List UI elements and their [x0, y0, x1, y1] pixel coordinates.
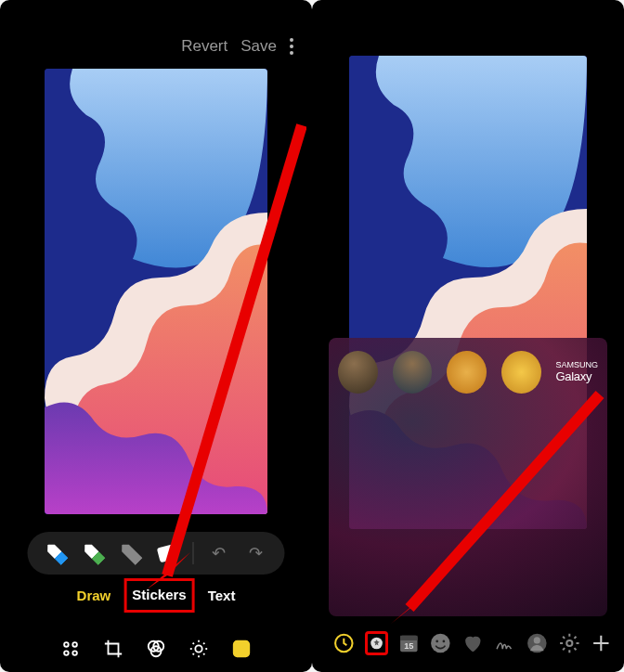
add-icon[interactable]: [590, 631, 613, 655]
svg-point-19: [431, 634, 450, 653]
svg-point-24: [566, 640, 572, 646]
avatar-icon[interactable]: [526, 631, 549, 655]
gallery-icon[interactable]: [365, 631, 388, 655]
svg-point-1: [64, 642, 69, 647]
blue-pen-icon[interactable]: [45, 541, 69, 565]
svg-point-4: [72, 651, 77, 655]
drawing-tool-bar: ↶ ↷: [28, 532, 285, 575]
calendar-icon[interactable]: 15: [397, 631, 421, 655]
svg-rect-17: [400, 636, 417, 640]
sticker-thumb-2[interactable]: [393, 351, 433, 394]
heart-icon[interactable]: [462, 631, 485, 655]
svg-point-11: [243, 646, 245, 648]
editor-bottom-row: [60, 639, 252, 659]
svg-point-3: [64, 651, 69, 655]
sticker-category-row: 15: [312, 631, 613, 655]
top-bar: Revert Save: [181, 37, 293, 56]
svg-point-23: [534, 637, 540, 643]
redo-icon[interactable]: ↷: [244, 541, 268, 565]
divider: [193, 542, 194, 564]
settings-icon[interactable]: [558, 631, 581, 655]
recent-icon[interactable]: [332, 631, 356, 655]
tab-draw[interactable]: Draw: [73, 584, 115, 607]
sticker-thumb-4[interactable]: [501, 351, 541, 394]
sticker-thumb-1[interactable]: [338, 351, 378, 394]
revert-button[interactable]: Revert: [181, 37, 228, 56]
wallpaper-preview: [45, 69, 267, 514]
svg-point-10: [238, 646, 240, 648]
svg-rect-9: [234, 641, 250, 657]
tab-stickers[interactable]: Stickers: [124, 578, 194, 613]
green-pen-icon[interactable]: [82, 541, 106, 565]
svg-point-2: [72, 642, 77, 647]
decorate-icon[interactable]: [231, 639, 252, 659]
brand-sticker[interactable]: SAMSUNG Galaxy: [556, 361, 599, 383]
tab-text[interactable]: Text: [204, 584, 240, 607]
sticker-panel: SAMSUNG Galaxy: [329, 338, 607, 616]
adjust-icon[interactable]: [188, 639, 209, 659]
sticker-thumb-3[interactable]: [447, 351, 487, 394]
svg-text:15: 15: [404, 641, 413, 651]
svg-point-20: [436, 640, 439, 643]
save-button[interactable]: Save: [240, 37, 277, 56]
right-screenshot: SAMSUNG Galaxy 15: [312, 0, 624, 672]
eraser-icon[interactable]: [156, 541, 180, 565]
more-icon[interactable]: [290, 38, 293, 55]
emoji-icon[interactable]: [429, 631, 452, 655]
grey-pen-icon[interactable]: [119, 541, 143, 565]
svg-point-8: [195, 645, 202, 652]
sticker-row: SAMSUNG Galaxy: [338, 351, 598, 394]
left-screenshot: Revert Save: [0, 0, 312, 672]
signature-icon[interactable]: [494, 631, 517, 655]
brand-big: Galaxy: [556, 370, 599, 383]
filters-icon[interactable]: [146, 639, 166, 659]
crop-icon[interactable]: [103, 639, 124, 659]
apps-icon[interactable]: [60, 639, 81, 659]
undo-icon[interactable]: ↶: [207, 541, 231, 565]
mode-tabs: Draw Stickers Text: [73, 578, 240, 613]
svg-point-21: [443, 640, 446, 643]
